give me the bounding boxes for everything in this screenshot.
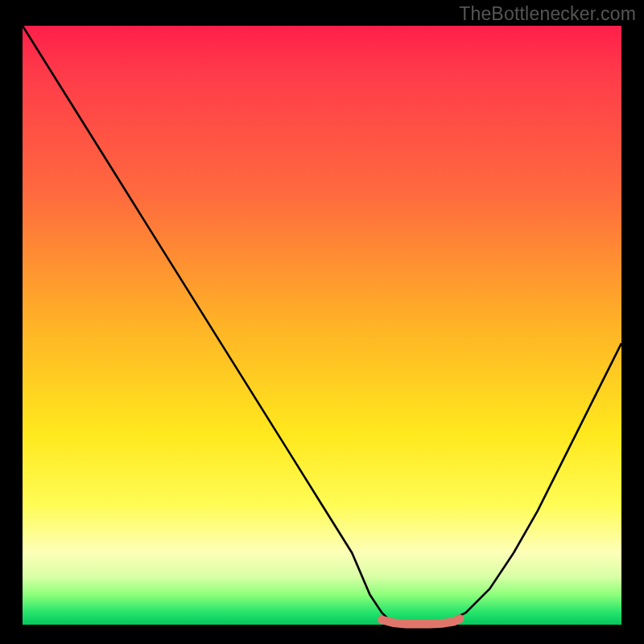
bottleneck-curve-path	[23, 26, 621, 625]
plot-area	[23, 26, 621, 625]
optimal-band-path	[382, 619, 460, 625]
attribution-text: TheBottleneсker.com	[459, 3, 636, 25]
chart-frame: TheBottleneсker.com	[0, 0, 644, 644]
curve-svg	[23, 26, 621, 625]
